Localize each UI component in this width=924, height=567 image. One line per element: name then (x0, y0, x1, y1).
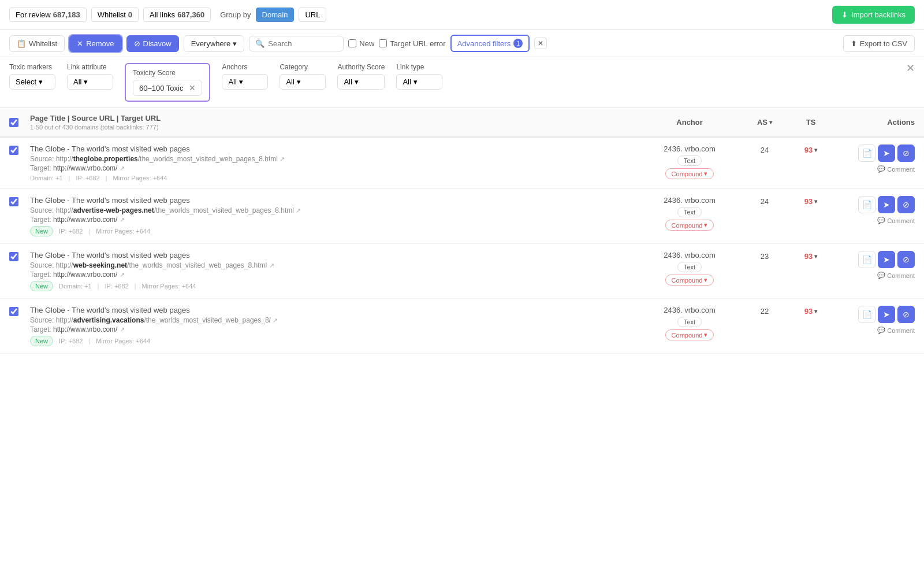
target-url-error-label[interactable]: Target URL error (379, 39, 445, 48)
compound-btn[interactable]: Compound ▾ (665, 275, 714, 286)
block-action-btn[interactable]: ⊘ (897, 144, 915, 162)
everywhere-dropdown[interactable]: Everywhere ▾ (184, 35, 245, 52)
chevron-down-icon: ▾ (297, 77, 301, 86)
row-title: The Globe - The world's most visited web… (30, 306, 638, 314)
comment-btn[interactable]: 💬 Comment (877, 217, 915, 224)
send-action-btn[interactable]: ➤ (878, 196, 895, 213)
ts-arrow-icon: ▾ (814, 147, 817, 153)
row-checkbox[interactable] (9, 146, 18, 155)
new-badge: New (30, 336, 53, 346)
send-action-btn[interactable]: ➤ (878, 144, 895, 162)
comment-btn[interactable]: 💬 Comment (877, 272, 915, 279)
row-source: Source: http://theglobe.properties/the_w… (30, 155, 638, 163)
row-ts: 93 ▾ (788, 196, 834, 206)
top-bar: For review 687,183 Whitelist 0 All links… (0, 0, 924, 30)
filters-bar: Toxic markers Select ▾ Link attribute Al… (0, 57, 924, 108)
toxicity-score-value: 60–100 Toxic ✕ (133, 80, 202, 96)
send-icon: ➤ (883, 149, 890, 158)
comment-btn[interactable]: 💬 Comment (877, 165, 915, 173)
send-action-btn[interactable]: ➤ (878, 306, 895, 323)
authority-score-label: Authority Score (337, 63, 385, 71)
target-link[interactable]: http://www.vrbo.com/ (53, 270, 117, 279)
group-by-label: Group by (220, 10, 251, 19)
close-filters-btn[interactable]: ✕ (906, 63, 915, 73)
table-area: Page Title | Source URL | Target URL 1-5… (0, 108, 924, 354)
send-action-btn[interactable]: ➤ (878, 251, 895, 268)
compound-btn[interactable]: Compound ▾ (665, 168, 714, 179)
source-domain-link[interactable]: theglobe.properties (73, 155, 138, 163)
chevron-down-icon: ▾ (233, 39, 237, 48)
advanced-filters-btn[interactable]: Advanced filters 1 (450, 35, 530, 52)
row-checkbox[interactable] (9, 307, 18, 316)
external-link-icon: ↗ (269, 262, 274, 269)
row-checkbox[interactable] (9, 252, 18, 261)
new-checkbox[interactable] (348, 39, 356, 47)
source-domain-link[interactable]: advertising.vacations (73, 316, 144, 324)
close-advanced-filters-btn[interactable]: ✕ (534, 38, 547, 49)
row-title: The Globe - The world's most visited web… (30, 251, 638, 260)
th-ts: TS (788, 118, 834, 127)
chevron-down-icon: ▾ (704, 221, 707, 229)
category-select[interactable]: All ▾ (280, 74, 326, 90)
remove-icon: ✕ (77, 39, 83, 48)
new-checkbox-label[interactable]: New (348, 39, 374, 48)
import-backlinks-btn[interactable]: ⬇ Import backlinks (832, 6, 915, 24)
external-link-icon: ↗ (296, 207, 301, 214)
table-header: Page Title | Source URL | Target URL 1-5… (0, 108, 924, 138)
whitelist-count-btn[interactable]: Whitelist 0 (91, 8, 139, 22)
row-meta: Domain: +1 | IP: +682 | Mirror Pages: +6… (30, 175, 638, 181)
anchors-filter: Anchors All ▾ (222, 63, 268, 90)
toxic-markers-select[interactable]: Select ▾ (9, 74, 55, 90)
row-actions: 📄 ➤ ⊘ 💬 Comment (834, 144, 915, 173)
row-checkbox[interactable] (9, 197, 18, 206)
sort-arrow-icon[interactable]: ▾ (769, 119, 772, 125)
comment-icon: 💬 (877, 327, 885, 334)
external-link-icon: ↗ (120, 271, 125, 278)
comment-btn[interactable]: 💬 Comment (877, 327, 915, 334)
table-row: The Globe - The world's most visited web… (0, 299, 924, 354)
target-link[interactable]: http://www.vrbo.com/ (53, 164, 117, 172)
copy-action-btn[interactable]: 📄 (858, 196, 875, 213)
whitelist-btn[interactable]: 📋 Whitelist (9, 35, 65, 52)
table-row: The Globe - The world's most visited web… (0, 189, 924, 244)
chevron-down-icon: ▾ (704, 170, 707, 177)
row-as: 24 (742, 144, 788, 154)
source-domain-link[interactable]: advertise-web-pages.net (73, 206, 154, 214)
group-url-btn[interactable]: URL (299, 8, 326, 22)
copy-action-btn[interactable]: 📄 (858, 251, 875, 268)
source-domain-link[interactable]: web-seeking.net (73, 261, 127, 269)
th-select-all[interactable] (9, 118, 30, 127)
row-checkbox-wrap (9, 196, 30, 206)
target-link[interactable]: http://www.vrbo.com/ (53, 325, 117, 333)
row-as: 24 (742, 196, 788, 206)
block-action-btn[interactable]: ⊘ (897, 251, 915, 268)
clear-toxicity-btn[interactable]: ✕ (189, 83, 196, 92)
anchors-select[interactable]: All ▾ (222, 74, 268, 90)
block-action-btn[interactable]: ⊘ (897, 306, 915, 323)
link-type-select[interactable]: All ▾ (396, 74, 442, 90)
toolbar: 📋 Whitelist ✕ Remove ⊘ Disavow Everywher… (0, 30, 924, 57)
disavow-btn[interactable]: ⊘ Disavow (126, 35, 179, 52)
for-review-btn[interactable]: For review 687,183 (9, 8, 87, 22)
block-action-btn[interactable]: ⊘ (897, 196, 915, 213)
search-input[interactable] (268, 39, 337, 48)
target-url-error-checkbox[interactable] (379, 39, 387, 47)
th-page-title: Page Title | Source URL | Target URL 1-5… (30, 114, 638, 131)
authority-score-select[interactable]: All ▾ (337, 74, 385, 90)
link-attribute-select[interactable]: All ▾ (67, 74, 113, 90)
compound-btn[interactable]: Compound ▾ (665, 220, 714, 231)
compound-btn[interactable]: Compound ▾ (665, 329, 714, 340)
select-all-checkbox[interactable] (9, 118, 18, 127)
export-csv-btn[interactable]: ⬆ Export to CSV (843, 35, 915, 52)
row-as: 23 (742, 251, 788, 261)
chevron-down-icon: ▾ (704, 276, 707, 284)
link-attribute-filter: Link attribute All ▾ (67, 63, 113, 90)
all-links-btn[interactable]: All links 687,360 (143, 8, 211, 22)
copy-action-btn[interactable]: 📄 (858, 306, 875, 323)
target-link[interactable]: http://www.vrbo.com/ (53, 216, 117, 224)
remove-btn[interactable]: ✕ Remove (69, 35, 121, 52)
block-icon: ⊘ (903, 200, 910, 209)
group-domain-btn[interactable]: Domain (256, 8, 295, 22)
copy-action-btn[interactable]: 📄 (858, 144, 875, 162)
row-target: Target: http://www.vrbo.com/ ↗ (30, 216, 638, 224)
